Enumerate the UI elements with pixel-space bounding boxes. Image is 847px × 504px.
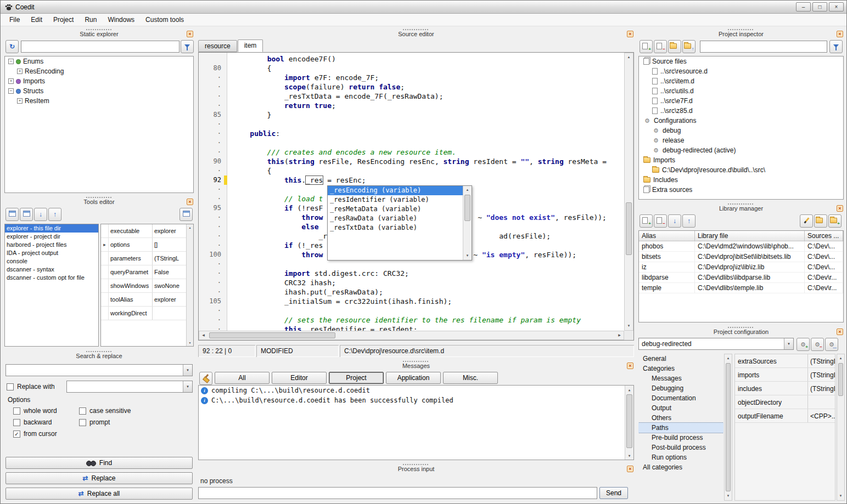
category-categories[interactable]: Categories	[638, 364, 723, 373]
add-library-button[interactable]: +	[640, 214, 653, 228]
scroll-down-icon[interactable]: ▼	[187, 339, 193, 346]
category-messages[interactable]: Messages	[638, 373, 723, 383]
column-header-alias[interactable]: Alias	[639, 231, 695, 241]
category-general[interactable]: General	[638, 354, 723, 364]
code-line[interactable]: ·	[199, 138, 624, 148]
code-line[interactable]: · return true;	[199, 101, 624, 110]
code-line[interactable]: 90 this(string resFile, ResEncoding resE…	[199, 157, 624, 166]
project-tree-item-debug[interactable]: ⚙debug	[639, 126, 843, 135]
gutter-line-number[interactable]: ·	[199, 82, 224, 92]
tree-item-resitem[interactable]: +ResItem	[5, 96, 193, 106]
messages-filter-editor[interactable]: Editor	[272, 372, 327, 384]
property-value[interactable]: False	[153, 265, 186, 279]
project-tree-item-c-dev-dproj-resource-d-build-src[interactable]: C:\Dev\dproj\resource.d\build\..\src\	[639, 165, 843, 175]
gutter-line-number[interactable]: ·	[199, 166, 224, 175]
gutter-line-number[interactable]: ·	[199, 278, 224, 287]
gutter-line-number[interactable]: ·	[199, 231, 224, 241]
messages-scrollbar[interactable]: ▲ ▼	[625, 386, 633, 460]
scroll-thumb[interactable]	[626, 394, 632, 448]
gutter-line-number[interactable]: ·	[199, 92, 224, 101]
code-line[interactable]: · import e7F: encode_7F;	[199, 73, 624, 82]
chevron-down-icon[interactable]: ▼	[784, 338, 793, 349]
dock-grip[interactable]	[86, 29, 113, 30]
gutter-line-number[interactable]: ·	[199, 194, 224, 203]
checkbox-prompt[interactable]: prompt	[79, 418, 167, 426]
config-property-row[interactable]: includes(TStringL	[735, 382, 835, 395]
dock-grip[interactable]	[728, 327, 754, 328]
code-line[interactable]: · {	[199, 166, 624, 175]
category-documentation[interactable]: Documentation	[638, 393, 723, 403]
code-line[interactable]: 80 {	[199, 64, 624, 73]
gutter-line-number[interactable]: ·	[199, 269, 224, 278]
project-tree-item-release[interactable]: ⚙release	[639, 135, 843, 145]
property-value[interactable]	[153, 307, 186, 320]
dock-grip[interactable]	[403, 29, 429, 30]
scroll-up-icon[interactable]: ▲	[187, 224, 193, 231]
gutter-line-number[interactable]: ·	[199, 148, 224, 157]
scroll-up-icon[interactable]: ▲	[625, 53, 633, 61]
table-row[interactable]: templeC:\Dev\dlibs\temple.libC:\Dev\r...	[639, 283, 843, 293]
category-run-options[interactable]: Run options	[638, 452, 723, 462]
open-library-button[interactable]	[814, 214, 827, 228]
search-term-combo[interactable]: ▼	[5, 364, 193, 376]
table-row[interactable]: izC:\Dev\dproj\iz\lib\iz.libC:\Dev\...	[639, 262, 843, 273]
library-manager-header[interactable]: Library manager ×	[637, 202, 845, 213]
menu-item-run[interactable]: Run	[79, 14, 102, 26]
tool-property-row[interactable]: toolAliasexplorer	[101, 293, 186, 307]
code-line[interactable]: · CRC32 ihash;	[199, 278, 624, 287]
close-icon[interactable]: ×	[829, 2, 844, 12]
refresh-button[interactable]: ↻	[5, 40, 19, 53]
project-tree-item-src-z85-d[interactable]: ..\src\z85.d	[639, 106, 843, 116]
dock-grip[interactable]	[728, 203, 754, 205]
gutter-line-number[interactable]: ·	[199, 259, 224, 269]
messages-header[interactable]: Messages ×	[197, 360, 635, 371]
completion-item[interactable]: _resIdentifier (variable)	[328, 195, 463, 205]
scroll-down-icon[interactable]: ▼	[625, 451, 633, 460]
tool-item-ida-project-output[interactable]: IDA - project output	[5, 249, 98, 257]
dock-grip[interactable]	[86, 197, 113, 198]
remove-library-button[interactable]: −	[654, 214, 667, 228]
scroll-up-icon[interactable]: ▲	[725, 354, 732, 363]
tool-item-console[interactable]: console	[5, 257, 98, 265]
category-output[interactable]: Output	[638, 403, 723, 413]
table-row[interactable]: phobosC:\Dev\dmd2\windows\lib\phob...C:\…	[639, 241, 843, 252]
completion-item[interactable]: _resMetaData (variable)	[328, 205, 463, 214]
gutter-line-number[interactable]: ·	[199, 325, 224, 331]
messages-filter-misc[interactable]: Misc.	[443, 372, 498, 384]
gutter-line-number[interactable]: 90	[199, 157, 224, 166]
code-line[interactable]: · public:	[199, 129, 624, 138]
tree-item-resencoding[interactable]: +ResEncoding	[5, 66, 193, 76]
clear-messages-button[interactable]	[199, 372, 212, 385]
gutter-line-number[interactable]: 95	[199, 203, 224, 213]
gutter-line-number[interactable]: ·	[199, 213, 224, 222]
code-line[interactable]: 92 this._res = resEnc;	[199, 175, 624, 185]
checkbox-backward[interactable]: backward	[13, 418, 79, 426]
scroll-thumb[interactable]	[726, 363, 731, 491]
scroll-thumb[interactable]	[209, 332, 335, 338]
scroll-up-icon[interactable]: ▲	[625, 386, 633, 394]
property-value[interactable]: []	[153, 238, 186, 251]
scroll-down-icon[interactable]: ▼	[837, 492, 844, 500]
source-editor-header[interactable]: Source editor ×	[197, 28, 635, 39]
scroll-down-icon[interactable]: ▼	[625, 322, 633, 330]
property-value[interactable]: explorer	[153, 224, 186, 237]
menu-item-file[interactable]: File	[4, 14, 25, 26]
property-value[interactable]: (TStringL	[153, 252, 186, 265]
category-others[interactable]: Others	[638, 413, 723, 423]
symbol-search-input[interactable]	[21, 41, 180, 53]
gutter-line-number[interactable]: 85	[199, 110, 224, 120]
categories-scrollbar[interactable]: ▲ ▼	[724, 354, 732, 501]
menu-item-edit[interactable]: Edit	[25, 14, 48, 26]
message-item[interactable]: iC:\...\build\resource.d.coedit has been…	[199, 395, 633, 405]
category-paths[interactable]: Paths	[638, 423, 723, 433]
add-configuration-button[interactable]: ⚙+	[796, 338, 810, 351]
replace-with-checkbox[interactable]: Replace with	[7, 383, 55, 390]
code-line[interactable]: 85 }	[199, 110, 624, 120]
dock-grip[interactable]	[728, 29, 754, 30]
execute-tool-button[interactable]	[180, 208, 193, 221]
filter-button[interactable]	[181, 40, 194, 53]
gutter-line-number[interactable]: 80	[199, 64, 224, 73]
move-tool-down-button[interactable]: ↓	[34, 208, 47, 221]
code-line[interactable]: · _resTxtData = encode_7F(_resRawData);	[199, 92, 624, 101]
tree-item-structs[interactable]: −Structs	[5, 86, 193, 96]
